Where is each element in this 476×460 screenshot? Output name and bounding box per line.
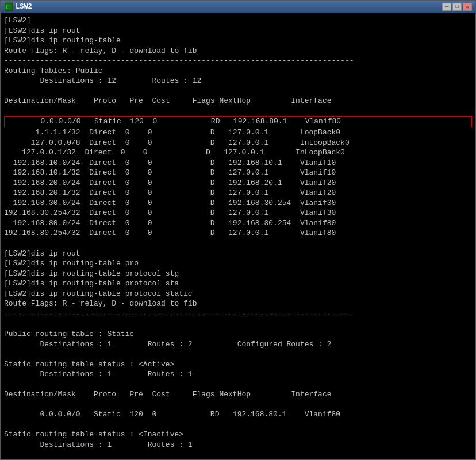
terminal-line: [LSW2]dis ip rout [4, 249, 472, 259]
terminal-line [4, 380, 472, 390]
window-icon: C [4, 2, 13, 11]
terminal-line: 1.1.1.1/32 Direct 0 0 D 127.0.0.1 LoopBa… [4, 127, 472, 138]
terminal-line: 192.168.30.0/24 Direct 0 0 D 192.168.30.… [4, 198, 472, 208]
terminal-line: 192.168.80.0/24 Direct 0 0 D 192.168.80.… [4, 218, 472, 229]
terminal-line: Static routing table status : <Inactive> [4, 430, 472, 440]
terminal-line [4, 106, 472, 117]
terminal-line: Public routing table : Static [4, 329, 472, 339]
minimize-button[interactable]: — [442, 3, 451, 11]
terminal-line: Route Flags: R - relay, D - download to … [4, 46, 472, 56]
table-header: Destination/Mask Proto Pre Cost Flags Ne… [4, 96, 472, 106]
terminal-line: 192.168.20.0/24 Direct 0 0 D 192.168.20.… [4, 178, 472, 188]
terminal-line: 192.168.10.0/24 Direct 0 0 D 192.168.10.… [4, 158, 472, 168]
terminal-line: ----------------------------------------… [4, 309, 472, 319]
terminal-line: [LSW2] [4, 16, 472, 26]
terminal-line: 0.0.0.0/0 Static 120 0 RD 192.168.80.1 V… [4, 409, 472, 420]
terminal-line [4, 86, 472, 96]
terminal-line: [LSW2]dis ip routing-table pro [4, 258, 472, 269]
maximize-button[interactable]: □ [452, 3, 462, 11]
terminal-line: 192.168.10.1/32 Direct 0 0 D 127.0.0.1 V… [4, 168, 472, 178]
terminal-line [4, 319, 472, 329]
highlighted-route-row: 0.0.0.0/0 Static 120 0 RD 192.168.80.1 V… [4, 116, 472, 127]
terminal-line: 192.168.30.254/32 Direct 0 0 D 127.0.0.1… [4, 208, 472, 218]
terminal-line: Destinations : 1 Routes : 1 [4, 369, 472, 380]
terminal-line: Static routing table status : <Active> [4, 360, 472, 370]
window-controls: — □ ✕ [442, 3, 472, 11]
terminal-line: 127.0.0.1/32 Direct 0 0 D 127.0.0.1 InLo… [4, 148, 472, 158]
terminal-line: 192.168.20.1/32 Direct 0 0 D 127.0.0.1 V… [4, 188, 472, 198]
terminal-line: ----------------------------------------… [4, 56, 472, 66]
terminal-line: [LSW2]dis ip routing-table protocol sta [4, 279, 472, 289]
terminal-line: [LSW2]dis ip routing-table [4, 36, 472, 46]
main-window: C LSW2 — □ ✕ [LSW2] [LSW2]dis ip rout [L… [0, 0, 476, 460]
terminal-output[interactable]: [LSW2] [LSW2]dis ip rout [LSW2]dis ip ro… [1, 13, 475, 459]
terminal-line: [LSW2]dis ip routing-table protocol stat… [4, 289, 472, 299]
terminal-line: Destinations : 1 Routes : 1 [4, 440, 472, 450]
window-title: LSW2 [16, 3, 442, 11]
table-header-2: Destination/Mask Proto Pre Cost Flags Ne… [4, 389, 472, 400]
terminal-line: Routing Tables: Public [4, 66, 472, 76]
terminal-line: 127.0.0.0/8 Direct 0 0 D 127.0.0.1 InLoo… [4, 138, 472, 148]
terminal-line: Destinations : 1 Routes : 2 Configured R… [4, 339, 472, 350]
terminal-line [4, 349, 472, 360]
close-button[interactable]: ✕ [463, 3, 472, 11]
terminal-line: Destinations : 12 Routes : 12 [4, 76, 472, 86]
titlebar: C LSW2 — □ ✕ [1, 1, 475, 13]
terminal-line: 192.168.80.254/32 Direct 0 0 D 127.0.0.1… [4, 228, 472, 238]
terminal-line: Route Flags: R - relay, D - download to … [4, 299, 472, 309]
terminal-line: [LSW2]dis ip routing-table protocol stg [4, 269, 472, 279]
svg-text:C: C [6, 4, 9, 10]
terminal-line: [LSW2]dis ip rout [4, 26, 472, 36]
terminal-line [4, 238, 472, 249]
terminal-line [4, 400, 472, 410]
terminal-line [4, 420, 472, 430]
terminal-line [4, 450, 472, 459]
